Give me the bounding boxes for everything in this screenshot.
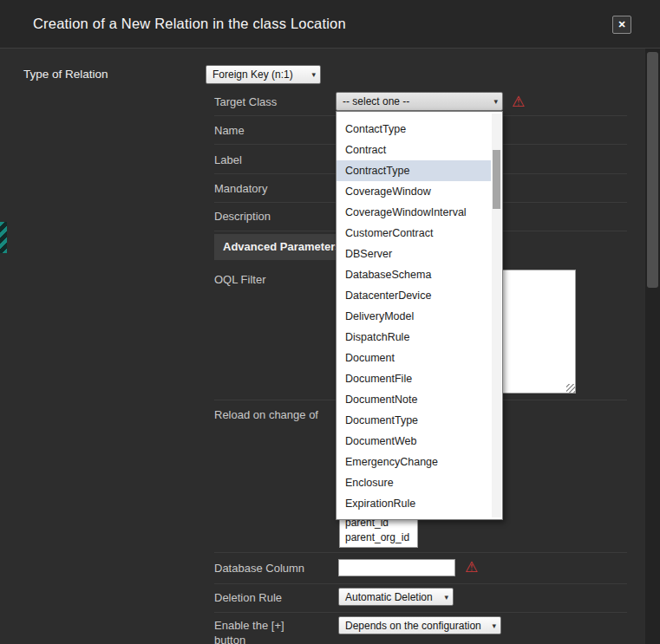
dropdown-option[interactable]: DatacenterDevice (337, 285, 491, 306)
dropdown-option[interactable]: DatabaseSchema (337, 264, 491, 285)
dropdown-option[interactable]: DocumentFile (337, 368, 491, 389)
dropdown-option[interactable]: DispatchRule (337, 327, 491, 348)
close-button[interactable]: ✕ (612, 16, 631, 34)
dropdown-option[interactable]: CustomerContract (337, 223, 491, 244)
page-scrollbar-thumb[interactable] (647, 52, 658, 288)
chevron-down-icon: ▾ (492, 621, 496, 630)
dropdown-option[interactable]: Document (337, 348, 491, 368)
dropdown-option[interactable]: DocumentWeb (337, 431, 491, 452)
row-divider (214, 552, 627, 553)
dropdown-option[interactable]: DocumentNote (337, 389, 491, 410)
dropdown-option[interactable]: Contract (337, 140, 491, 160)
dialog-title: Creation of a New Relation in the class … (33, 16, 346, 32)
database-column-input[interactable] (338, 559, 455, 576)
type-of-relation-select[interactable]: Foreign Key (n:1) ▾ (206, 65, 321, 84)
name-label: Name (214, 124, 245, 137)
dropdown-option[interactable]: ContractType (337, 160, 491, 181)
dropdown-scrollbar[interactable] (492, 114, 501, 517)
target-class-dropdown-list: ContactTypeContractContractTypeCoverageW… (336, 111, 503, 520)
new-relation-dialog: Creation of a New Relation in the class … (0, 0, 660, 644)
deletion-rule-label: Deletion Rule (214, 591, 282, 604)
dialog-header: Creation of a New Relation in the class … (0, 0, 660, 49)
deletion-rule-value: Automatic Deletion (345, 591, 433, 603)
textarea-resize-grip-icon[interactable] (566, 384, 575, 393)
dropdown-option[interactable]: ExpirationRule (337, 493, 491, 514)
enable-plus-button-select[interactable]: Depends on the configuration ▾ (338, 616, 501, 634)
dropdown-option[interactable]: CoverageWindowInterval (337, 202, 491, 223)
database-column-label: Database Column (214, 562, 304, 575)
listbox-option[interactable]: parent_org_id (340, 530, 417, 545)
enable-plus-button-value: Depends on the configuration (345, 620, 481, 632)
type-of-relation-label: Type of Relation (23, 68, 108, 81)
dropdown-option[interactable]: DocumentType (337, 410, 491, 431)
dropdown-option[interactable]: CoverageWindow (337, 181, 491, 202)
deletion-rule-select[interactable]: Automatic Deletion ▾ (338, 588, 454, 606)
warning-icon: ⚠ (465, 560, 478, 575)
page-scrollbar[interactable] (645, 49, 660, 644)
row-divider (214, 583, 627, 584)
reload-on-change-label: Reload on change of (214, 408, 318, 421)
target-class-label: Target Class (214, 95, 277, 108)
chevron-down-icon: ▾ (444, 593, 448, 602)
oql-filter-label: OQL Filter (214, 273, 265, 286)
target-class-select[interactable]: -- select one -- ▾ (336, 92, 503, 111)
dropdown-scrollbar-thumb[interactable] (493, 150, 500, 209)
target-class-value: -- select one -- (343, 95, 409, 107)
dropdown-option[interactable]: EmergencyChange (337, 452, 491, 472)
dropdown-option[interactable]: ContactType (337, 119, 491, 140)
row-divider (214, 612, 627, 613)
warning-icon: ⚠ (512, 94, 525, 109)
enable-plus-button-label: Enable the [+] button (214, 618, 314, 644)
dropdown-option[interactable]: DBServer (337, 244, 491, 264)
mandatory-label: Mandatory (214, 182, 267, 195)
chevron-down-icon: ▾ (311, 70, 316, 79)
dropdown-option[interactable]: Enclosure (337, 472, 491, 493)
background-stripe-decoration (0, 222, 7, 253)
type-of-relation-value: Foreign Key (n:1) (212, 68, 293, 81)
label-label: Label (214, 153, 242, 166)
dropdown-option[interactable]: DeliveryModel (337, 306, 491, 327)
chevron-down-icon: ▾ (493, 97, 498, 106)
description-label: Description (214, 210, 271, 223)
